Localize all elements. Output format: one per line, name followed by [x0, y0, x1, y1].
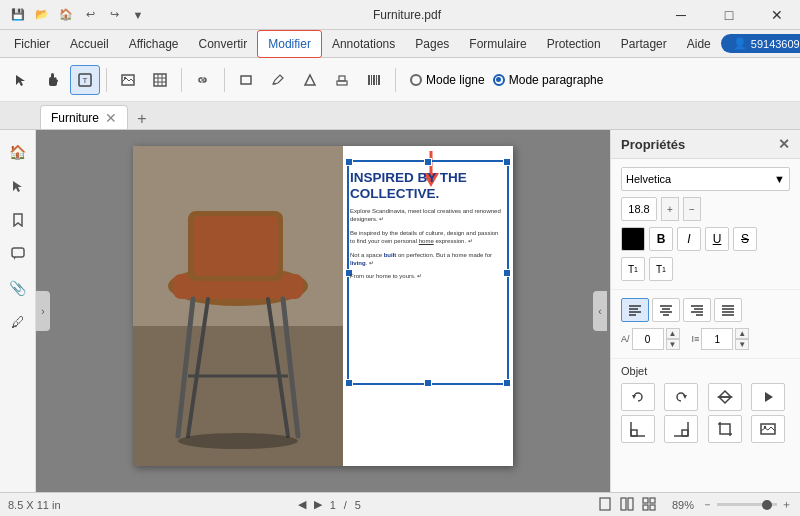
font-size-decrease[interactable]: −	[683, 197, 701, 221]
char-spacing-down[interactable]: ▼	[666, 339, 680, 350]
italic-button[interactable]: I	[677, 227, 701, 251]
qa-dropdown[interactable]: ▼	[128, 5, 148, 25]
two-page-view[interactable]	[620, 497, 634, 513]
menu-accueil[interactable]: Accueil	[60, 30, 119, 58]
shape-tool[interactable]	[295, 65, 325, 95]
strikethrough-button[interactable]: S	[733, 227, 757, 251]
image-tool[interactable]	[113, 65, 143, 95]
rotate-ccw-button[interactable]	[621, 383, 655, 411]
svg-point-3	[124, 76, 126, 78]
text-edit-tool[interactable]: T	[70, 65, 100, 95]
zoom-controls: － ＋	[702, 497, 792, 512]
table-tool[interactable]	[145, 65, 175, 95]
align-br-button[interactable]	[664, 415, 698, 443]
menu-fichier[interactable]: Fichier	[4, 30, 60, 58]
align-center-button[interactable]	[652, 298, 680, 322]
close-button[interactable]: ✕	[754, 0, 800, 30]
mode-paragraph-radio[interactable]: Mode paragraphe	[493, 73, 604, 87]
link-tool[interactable]	[188, 65, 218, 95]
menu-convertir[interactable]: Convertir	[189, 30, 258, 58]
next-page-button[interactable]: ▶	[314, 498, 322, 511]
maximize-button[interactable]: □	[706, 0, 752, 30]
hand-tool[interactable]	[38, 65, 68, 95]
align-left-button[interactable]	[621, 298, 649, 322]
sel-handle-tl[interactable]	[345, 158, 353, 166]
new-tab-button[interactable]: +	[132, 109, 152, 129]
sidebar-cursor-icon[interactable]	[4, 172, 32, 200]
font-size-input[interactable]: 18.8	[621, 197, 657, 221]
menu-pages[interactable]: Pages	[405, 30, 459, 58]
stamp-tool[interactable]	[327, 65, 357, 95]
left-panel-toggle[interactable]: ›	[36, 291, 50, 331]
flip-v-button[interactable]	[708, 383, 742, 411]
mode-line-radio[interactable]: Mode ligne	[410, 73, 485, 87]
align-right-button[interactable]	[683, 298, 711, 322]
menu-affichage[interactable]: Affichage	[119, 30, 189, 58]
underline-button[interactable]: U	[705, 227, 729, 251]
pdf-body4: From our home to yours. ↵	[350, 272, 505, 280]
menu-annotations[interactable]: Annotations	[322, 30, 405, 58]
superscript-button[interactable]: T1	[621, 257, 645, 281]
user-account-button[interactable]: 👤 591436097	[721, 34, 800, 53]
char-spacing-up[interactable]: ▲	[666, 328, 680, 339]
crop-button[interactable]	[708, 415, 742, 443]
toolbar: T Mode ligne Mode paragraphe	[0, 58, 800, 102]
pdf-body1: Explore Scandinavia, meet local creative…	[350, 207, 505, 224]
tab-close-button[interactable]: ✕	[105, 110, 117, 126]
home-icon[interactable]: 🏠	[56, 5, 76, 25]
sel-handle-bl[interactable]	[345, 379, 353, 387]
sidebar-attach-icon[interactable]: 📎	[4, 274, 32, 302]
menu-modifier[interactable]: Modifier	[257, 30, 322, 58]
select-tool[interactable]	[6, 65, 36, 95]
bold-button[interactable]: B	[649, 227, 673, 251]
subscript-button[interactable]: T1	[649, 257, 673, 281]
text-color-swatch[interactable]	[621, 227, 645, 251]
image-replace-button[interactable]	[751, 415, 785, 443]
barcode-tool[interactable]	[359, 65, 389, 95]
menu-aide[interactable]: Aide	[677, 30, 721, 58]
undo-button[interactable]: ↩	[80, 5, 100, 25]
align-justify-button[interactable]	[714, 298, 742, 322]
redo-button[interactable]: ↪	[104, 5, 124, 25]
line-spacing-value[interactable]: 1	[701, 328, 733, 350]
svg-rect-74	[643, 505, 648, 510]
align-bl-button[interactable]	[621, 415, 655, 443]
play-button[interactable]	[751, 383, 785, 411]
edit-tool[interactable]	[263, 65, 293, 95]
single-page-view[interactable]	[598, 497, 612, 513]
pdf-chair-image	[133, 146, 343, 466]
svg-rect-56	[631, 430, 637, 436]
zoom-slider[interactable]	[717, 503, 777, 506]
svg-point-32	[178, 433, 298, 449]
font-name-row: Helvetica ▼	[621, 167, 790, 191]
sidebar-comment-icon[interactable]	[4, 240, 32, 268]
sel-handle-bm[interactable]	[424, 379, 432, 387]
sidebar-sign-icon[interactable]: 🖊	[4, 308, 32, 336]
prev-page-button[interactable]: ◀	[298, 498, 306, 511]
rotate-cw-button[interactable]	[664, 383, 698, 411]
rect-tool[interactable]	[231, 65, 261, 95]
zoom-in-button[interactable]: ＋	[781, 497, 792, 512]
zoom-out-button[interactable]: －	[702, 497, 713, 512]
grid-view[interactable]	[642, 497, 656, 513]
mode-paragraph-label: Mode paragraphe	[509, 73, 604, 87]
minimize-button[interactable]: ─	[658, 0, 704, 30]
font-size-increase[interactable]: +	[661, 197, 679, 221]
char-spacing-value[interactable]: 0	[632, 328, 664, 350]
text-style-row: B I U S	[621, 227, 790, 251]
open-icon[interactable]: 📂	[32, 5, 52, 25]
sel-handle-tr[interactable]	[503, 158, 511, 166]
font-select[interactable]: Helvetica ▼	[621, 167, 790, 191]
menu-protection[interactable]: Protection	[537, 30, 611, 58]
sidebar-bookmark-icon[interactable]	[4, 206, 32, 234]
line-spacing-down[interactable]: ▼	[735, 339, 749, 350]
menu-partager[interactable]: Partager	[611, 30, 677, 58]
save-icon[interactable]: 💾	[8, 5, 28, 25]
right-panel-toggle[interactable]: ‹	[593, 291, 607, 331]
panel-close-button[interactable]: ✕	[778, 136, 790, 152]
sel-handle-br[interactable]	[503, 379, 511, 387]
document-tab[interactable]: Furniture ✕	[40, 105, 128, 129]
sidebar-home-icon[interactable]: 🏠	[4, 138, 32, 166]
line-spacing-up[interactable]: ▲	[735, 328, 749, 339]
menu-formulaire[interactable]: Formulaire	[459, 30, 536, 58]
